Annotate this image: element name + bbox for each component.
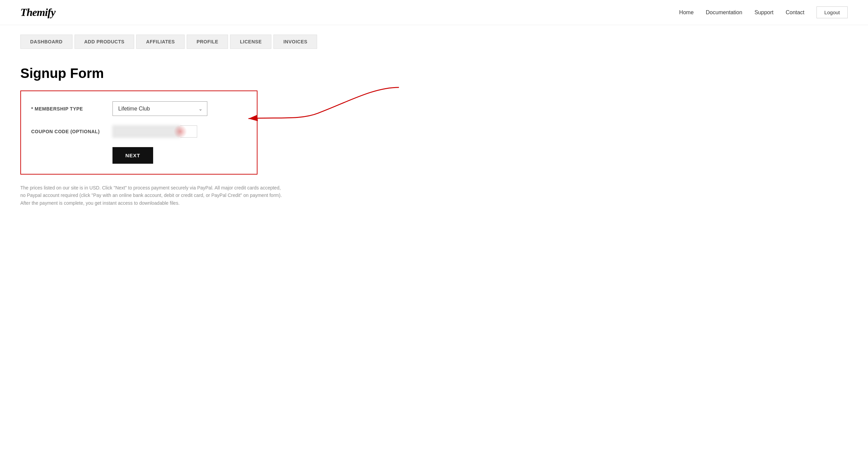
- coupon-label: COUPON CODE (OPTIONAL): [31, 129, 112, 134]
- header: Themify Home Documentation Support Conta…: [0, 0, 868, 25]
- coupon-apply-btn[interactable]: [180, 125, 197, 138]
- membership-label: * MEMBERSHIP TYPE: [31, 106, 112, 112]
- red-arrow: [241, 84, 403, 128]
- footer-note: The prices listed on our site is in USD.…: [20, 184, 285, 207]
- coupon-code-row: COUPON CODE (OPTIONAL): [31, 125, 247, 138]
- tab-affiliates[interactable]: AFFILIATES: [136, 35, 185, 49]
- signup-form-box: * MEMBERSHIP TYPE Lifetime Club Standard…: [20, 90, 257, 175]
- main-nav: Home Documentation Support Contact Logou…: [679, 6, 848, 18]
- next-button-row: NEXT: [112, 147, 247, 164]
- page-title: Signup Form: [20, 66, 285, 81]
- tab-license[interactable]: LICENSE: [230, 35, 271, 49]
- tab-bar: DASHBOARD ADD PRODUCTS AFFILIATES PROFIL…: [0, 25, 868, 49]
- tab-invoices[interactable]: INVOICES: [273, 35, 317, 49]
- membership-select-wrapper: Lifetime Club Standard Club Developer Cl…: [112, 101, 207, 116]
- nav-documentation[interactable]: Documentation: [706, 9, 742, 16]
- tab-profile[interactable]: PROFILE: [187, 35, 228, 49]
- logout-button[interactable]: Logout: [817, 6, 848, 18]
- membership-type-row: * MEMBERSHIP TYPE Lifetime Club Standard…: [31, 101, 247, 116]
- coupon-input-area: [112, 125, 197, 138]
- tab-add-products[interactable]: ADD PRODUCTS: [75, 35, 135, 49]
- coupon-input-blurred[interactable]: [112, 125, 180, 138]
- tab-dashboard[interactable]: DASHBOARD: [20, 35, 73, 49]
- nav-home[interactable]: Home: [679, 9, 694, 16]
- nav-contact[interactable]: Contact: [786, 9, 804, 16]
- nav-support[interactable]: Support: [755, 9, 773, 16]
- logo: Themify: [20, 6, 55, 19]
- main-content: Signup Form * MEMBERSHIP TYPE Lifetime C…: [0, 49, 305, 224]
- membership-select[interactable]: Lifetime Club Standard Club Developer Cl…: [112, 101, 207, 116]
- next-button[interactable]: NEXT: [112, 147, 153, 164]
